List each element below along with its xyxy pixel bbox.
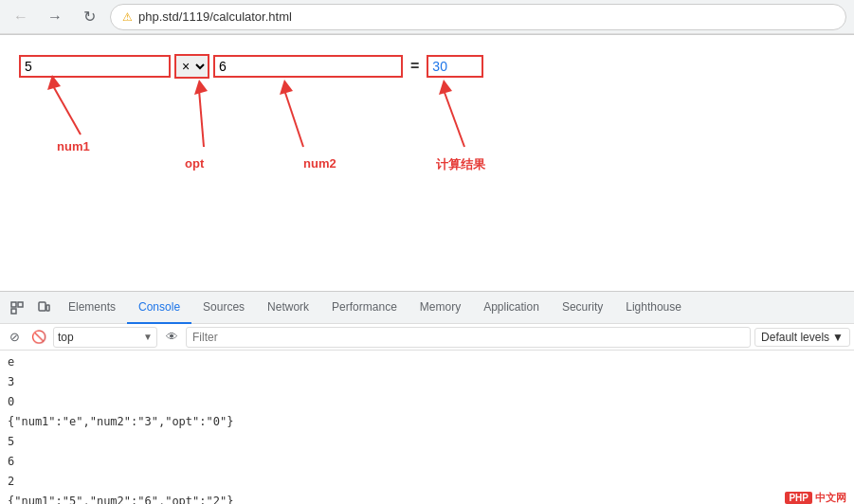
num2-input[interactable] (213, 55, 403, 78)
svg-line-4 (284, 90, 303, 147)
console-line: 3 (0, 372, 854, 392)
num2-label: num2 (303, 156, 336, 171)
devtools-panel: Elements Console Sources Network Perform… (0, 291, 854, 504)
tab-console[interactable]: Console (127, 292, 191, 324)
tab-security[interactable]: Security (551, 292, 614, 324)
calc-area: × + - ÷ = (19, 54, 483, 79)
tab-lighthouse[interactable]: Lighthouse (614, 292, 693, 324)
tab-performance[interactable]: Performance (320, 292, 409, 324)
result-label: 计算结果 (436, 156, 485, 173)
tab-sources[interactable]: Sources (191, 292, 256, 324)
svg-marker-5 (280, 80, 293, 95)
page-content: × + - ÷ = num1 opt num2 计算结果 (0, 35, 854, 291)
default-levels-label: Default levels (761, 331, 829, 344)
tab-elements[interactable]: Elements (57, 292, 127, 324)
reload-button[interactable]: ↻ (76, 4, 102, 30)
svg-line-2 (199, 90, 204, 147)
svg-rect-12 (46, 305, 49, 311)
console-line: 2 (0, 472, 854, 492)
default-levels-dropdown[interactable]: Default levels ▼ (754, 328, 850, 347)
console-toolbar: ⊘ 🚫 top ▼ 👁 Default levels ▼ (0, 324, 854, 351)
console-output: e 3 0 {"num1":"e","num2":"3","opt":"0"} … (0, 351, 854, 504)
console-line: e (0, 352, 854, 372)
opt-select[interactable]: × + - ÷ (174, 54, 209, 79)
svg-rect-11 (39, 302, 45, 311)
forward-button[interactable]: → (42, 4, 68, 30)
console-line: {"num1":"e","num2":"3","opt":"0"} (0, 412, 854, 432)
result-input[interactable] (427, 55, 483, 78)
eye-icon[interactable]: 👁 (161, 327, 182, 348)
back-button[interactable]: ← (8, 4, 34, 30)
filter-input[interactable] (186, 327, 751, 348)
console-line: 0 (0, 392, 854, 412)
num1-label: num1 (57, 139, 90, 153)
default-levels-arrow-icon: ▼ (832, 331, 844, 344)
security-icon: ⚠ (122, 10, 133, 24)
equals-sign: = (407, 58, 423, 75)
console-line: 5 (0, 432, 854, 452)
devtools-tab-bar: Elements Console Sources Network Perform… (0, 292, 854, 324)
tab-network[interactable]: Network (256, 292, 320, 324)
svg-marker-3 (194, 80, 208, 95)
browser-chrome: ← → ↻ ⚠ php.std/1119/calculator.html (0, 0, 854, 35)
address-bar[interactable]: ⚠ php.std/1119/calculator.html (110, 4, 846, 30)
opt-label: opt (185, 156, 204, 171)
tab-memory[interactable]: Memory (409, 292, 472, 324)
svg-line-6 (444, 90, 464, 147)
svg-rect-9 (18, 302, 23, 307)
watermark-text: 中文网 (815, 491, 846, 504)
console-line: {"num1":"5","num2":"6","opt":"2"} (0, 492, 854, 504)
watermark: PHP 中文网 (785, 491, 846, 504)
nav-bar: ← → ↻ ⚠ php.std/1119/calculator.html (0, 0, 854, 34)
svg-rect-8 (11, 302, 16, 307)
svg-marker-7 (439, 80, 452, 95)
chevron-down-icon: ▼ (143, 332, 153, 342)
device-toolbar-button[interactable] (30, 295, 57, 321)
top-context-label: top (58, 331, 141, 344)
top-context-selector[interactable]: top ▼ (53, 327, 157, 348)
console-line: 6 (0, 452, 854, 472)
svg-rect-10 (11, 309, 16, 314)
address-text: php.std/1119/calculator.html (138, 9, 834, 24)
block-icon[interactable]: 🚫 (28, 327, 49, 348)
svg-line-0 (52, 84, 81, 135)
inspect-element-button[interactable] (4, 295, 30, 321)
php-badge: PHP (785, 492, 812, 504)
tab-application[interactable]: Application (472, 292, 551, 324)
clear-console-button[interactable]: ⊘ (4, 327, 25, 348)
num1-input[interactable] (19, 55, 171, 78)
